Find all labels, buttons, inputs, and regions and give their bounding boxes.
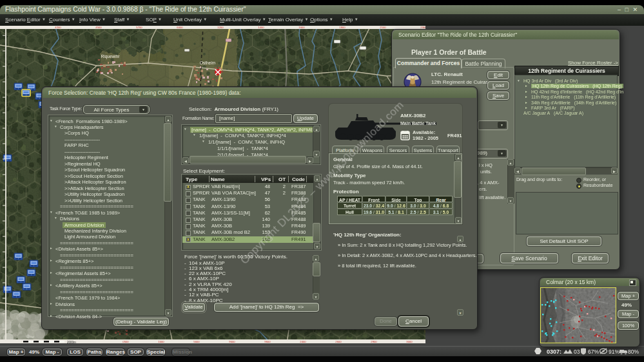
svg-text:6000: 6000 (177, 26, 183, 29)
svg-text:1200: 1200 (217, 26, 224, 29)
svg-text:0307:: 0307: (547, 348, 561, 355)
svg-text:03: 03 (574, 348, 580, 355)
svg-text:Riquewihr: Riquewihr (101, 54, 121, 59)
svg-text:2100: 2100 (380, 26, 386, 29)
svg-text:1800: 1800 (339, 26, 346, 29)
svg-text:2400: 2400 (300, 340, 306, 343)
svg-text:1600: 1600 (298, 26, 305, 29)
svg-text:0500: 0500 (122, 340, 129, 343)
svg-text:9000: 9000 (229, 340, 235, 343)
svg-text:1400: 1400 (258, 26, 264, 29)
svg-text:5700: 5700 (136, 26, 142, 29)
svg-text:91%: 91% (609, 348, 620, 355)
svg-text:4500: 4500 (95, 26, 102, 29)
svg-text:67%: 67% (588, 348, 599, 355)
svg-text:1000: 1000 (158, 340, 164, 343)
svg-text:4200: 4200 (55, 26, 61, 29)
svg-text:Ostheim: Ostheim (200, 61, 215, 65)
svg-text:2600: 2600 (335, 340, 342, 343)
svg-text:5600: 5600 (193, 340, 200, 343)
svg-text:9600: 9600 (264, 340, 271, 343)
svg-text:2900: 2900 (371, 340, 377, 343)
svg-text:2000m: 2000m (67, 341, 76, 344)
svg-text:80%: 80% (628, 348, 639, 355)
svg-text:3000: 3000 (406, 340, 413, 343)
